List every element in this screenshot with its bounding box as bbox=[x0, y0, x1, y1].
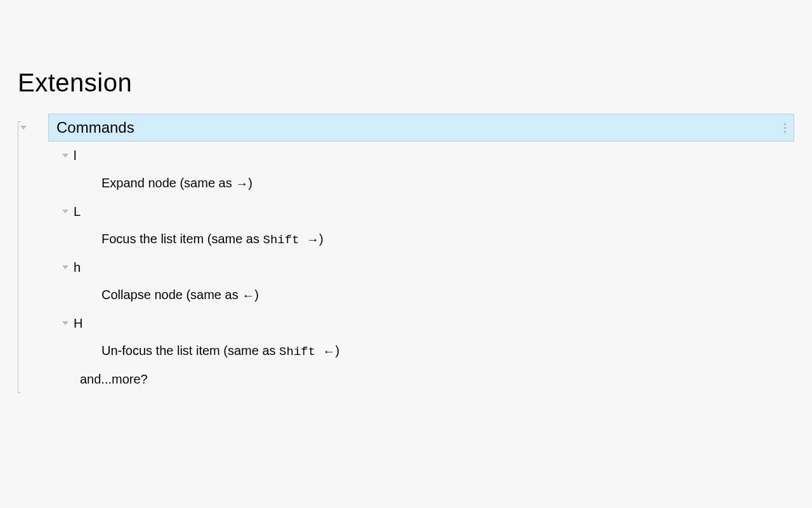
tree-node[interactable]: h bbox=[60, 253, 794, 281]
tree-node[interactable]: Expand node (same as →) bbox=[102, 170, 794, 197]
command-description: Focus the list item (same as Shift →) bbox=[102, 232, 324, 247]
chevron-down-icon[interactable] bbox=[62, 265, 69, 269]
tree-node[interactable]: and...more? bbox=[80, 365, 794, 393]
chevron-down-icon[interactable] bbox=[62, 210, 69, 213]
command-key: h bbox=[74, 260, 81, 275]
tree-node[interactable]: l bbox=[60, 142, 794, 170]
tree-node-commands[interactable]: Commands bbox=[18, 114, 794, 142]
command-description: Un-focus the list item (same as Shift ←) bbox=[102, 344, 339, 359]
command-description: Collapse node (same as ←) bbox=[102, 288, 259, 303]
section-header-label: Commands bbox=[56, 119, 134, 137]
chevron-down-icon[interactable] bbox=[62, 321, 69, 325]
chevron-down-icon[interactable] bbox=[62, 154, 69, 157]
and-more-label: and...more? bbox=[80, 372, 148, 387]
command-description: Expand node (same as →) bbox=[102, 176, 252, 191]
selected-node-highlight[interactable]: Commands bbox=[48, 114, 794, 142]
tree-node[interactable]: Focus the list item (same as Shift →) bbox=[102, 225, 794, 253]
outline-tree: Commands l Expand node (same as →) L bbox=[18, 114, 794, 393]
command-key: l bbox=[74, 149, 76, 163]
chevron-down-icon[interactable] bbox=[20, 126, 27, 130]
tree-node[interactable]: H bbox=[60, 309, 794, 337]
tree-guide-tick-top bbox=[18, 121, 21, 122]
tree-node[interactable]: Un-focus the list item (same as Shift ←) bbox=[102, 337, 794, 365]
tree-guide-tick-bottom bbox=[18, 392, 21, 393]
tree-guide-line bbox=[18, 121, 18, 393]
tree-node[interactable]: Collapse node (same as ←) bbox=[102, 281, 794, 309]
command-key: H bbox=[74, 316, 82, 331]
kebab-menu-icon[interactable] bbox=[782, 121, 789, 135]
command-key: L bbox=[74, 204, 81, 219]
page-title: Extension bbox=[18, 69, 794, 97]
tree-node[interactable]: L bbox=[60, 197, 794, 225]
